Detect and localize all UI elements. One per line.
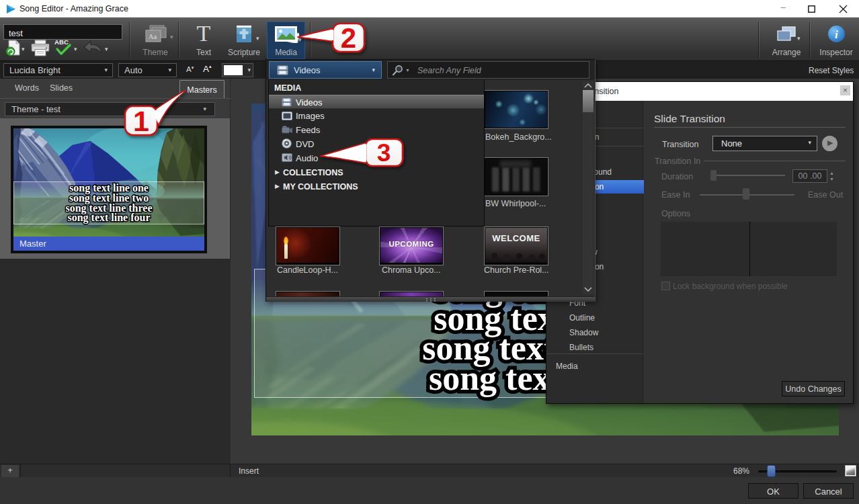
svg-text:i: i bbox=[835, 28, 838, 41]
svg-text:1: 1 bbox=[133, 105, 149, 137]
svg-text:Aa: Aa bbox=[149, 33, 157, 40]
svg-text:song text line four: song text line four bbox=[67, 212, 150, 224]
svg-text:ABC: ABC bbox=[54, 38, 69, 46]
svg-text:3: 3 bbox=[377, 139, 391, 167]
svg-text:2: 2 bbox=[341, 22, 356, 54]
